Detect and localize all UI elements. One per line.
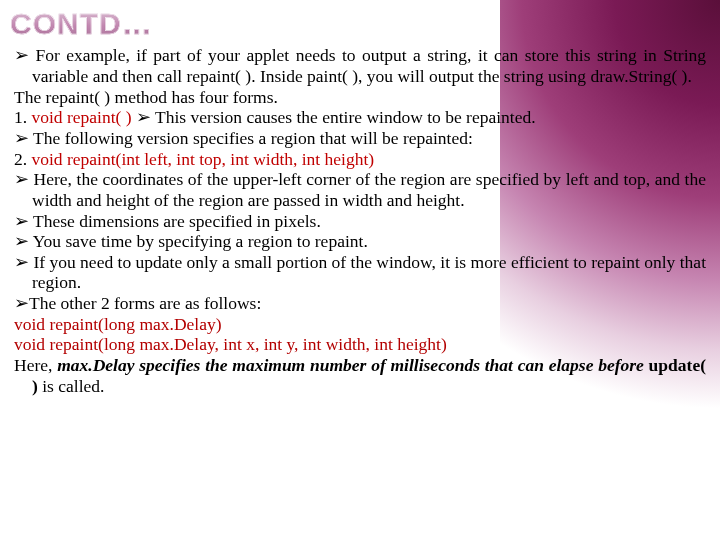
- para-other-forms: ➢The other 2 forms are as follows:: [10, 293, 706, 314]
- para-coordinates: ➢ Here, the coordinates of the upper-lef…: [10, 169, 706, 210]
- slide-title: CONTD…: [10, 6, 706, 41]
- text: Here, the coordinates of the upper-left …: [32, 169, 706, 210]
- para-efficient: ➢ If you need to update only a small por…: [10, 252, 706, 293]
- para-save-time: ➢ You save time by specifying a region t…: [10, 231, 706, 252]
- bullet-icon: ➢: [14, 45, 35, 65]
- slide: CONTD… ➢ For example, if part of your ap…: [0, 0, 720, 396]
- code-repaint-delay-region: void repaint(long max.Delay, int x, int …: [10, 334, 706, 355]
- para-pixels: ➢ These dimensions are specified in pixe…: [10, 211, 706, 232]
- bullet-icon: ➢: [14, 252, 33, 272]
- italic-text: max.Delay specifies the maximum number o…: [57, 355, 648, 375]
- text: ➢ This version causes the entire window …: [132, 107, 536, 127]
- para-following-version: ➢ The following version specifies a regi…: [10, 128, 706, 149]
- bullet-icon: ➢: [14, 169, 34, 189]
- para-form1: 1. void repaint( ) ➢ This version causes…: [10, 107, 706, 128]
- text: Here,: [14, 355, 57, 375]
- list-num: 2.: [14, 149, 27, 169]
- list-num: 1.: [14, 107, 27, 127]
- code-repaint-delay: void repaint(long max.Delay): [10, 314, 706, 335]
- code-repaint-void: void repaint( ): [32, 107, 132, 127]
- slide-body: ➢ For example, if part of your applet ne…: [10, 45, 706, 396]
- para-form2: 2. void repaint(int left, int top, int w…: [10, 149, 706, 170]
- text: For example, if part of your applet need…: [32, 45, 706, 86]
- text: If you need to update only a small porti…: [32, 252, 706, 293]
- para-maxdelay: Here, max.Delay specifies the maximum nu…: [10, 355, 706, 396]
- code-repaint-region: void repaint(int left, int top, int widt…: [32, 149, 375, 169]
- para-example: ➢ For example, if part of your applet ne…: [10, 45, 706, 86]
- para-four-forms: The repaint( ) method has four forms.: [10, 87, 706, 108]
- text: is called.: [38, 376, 105, 396]
